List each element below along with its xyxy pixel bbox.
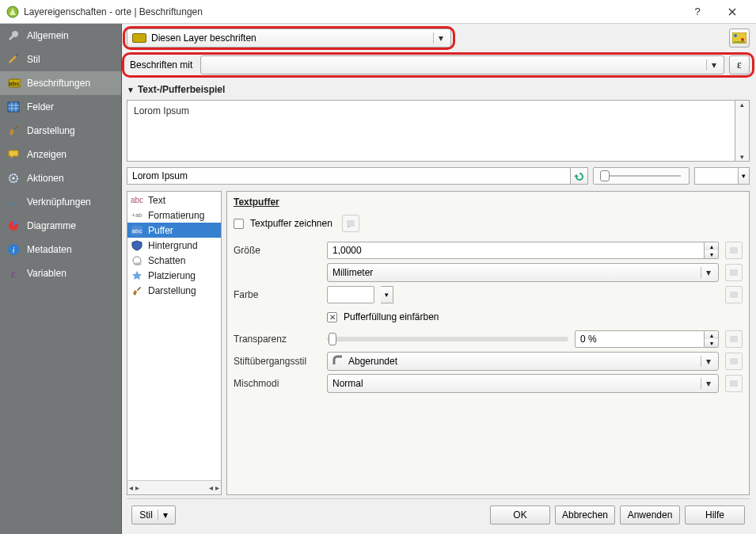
buffer-icon: abc xyxy=(131,224,143,237)
cat-puffer[interactable]: abcPuffer xyxy=(127,223,221,238)
pen-label: Stiftübergangsstil xyxy=(234,356,321,367)
chevron-down-icon: ▾ xyxy=(701,378,715,389)
transp-label: Transparenz xyxy=(234,334,321,345)
sample-text-input[interactable]: Lorom Ipsum xyxy=(127,167,571,185)
preview-section-label: Text-/Pufferbeispiel xyxy=(138,84,225,95)
category-hscroll[interactable]: ◂ ▸◂ ▸ xyxy=(127,480,221,494)
preview-bg-color-swatch[interactable] xyxy=(694,167,739,185)
transparency-input[interactable] xyxy=(575,330,705,348)
sidebar-item-verknuepfungen[interactable]: Verknüpfungen xyxy=(0,190,121,214)
override-color-button[interactable] xyxy=(725,286,743,303)
brush-icon xyxy=(6,52,21,67)
help-button[interactable]: ? xyxy=(680,0,715,24)
gear-icon xyxy=(6,171,21,185)
spin-down[interactable]: ▾ xyxy=(705,339,718,347)
override-draw-button[interactable] xyxy=(342,215,359,232)
cat-platzierung[interactable]: Platzierung xyxy=(127,268,221,283)
sidebar-item-label: Variablen xyxy=(27,268,66,279)
brush3-icon xyxy=(131,284,143,297)
svg-rect-19 xyxy=(730,247,738,254)
sidebar-item-label: Metadaten xyxy=(27,244,72,255)
svg-text:ε: ε xyxy=(11,268,16,280)
override-size-button[interactable] xyxy=(725,242,743,259)
sidebar-item-aktionen[interactable]: Aktionen xyxy=(0,166,121,190)
sidebar-item-label: Beschriftungen xyxy=(27,78,90,89)
cat-darstellung[interactable]: Darstellung xyxy=(127,283,221,298)
transparency-slider[interactable] xyxy=(327,337,568,341)
chevron-down-icon: ▾ xyxy=(701,267,715,278)
svg-rect-20 xyxy=(730,269,738,276)
beschriften-mit-dropdown[interactable]: ▾ xyxy=(200,55,724,74)
join-icon xyxy=(332,355,344,368)
transparency-spinner[interactable]: ▴▾ xyxy=(575,330,719,348)
spin-up[interactable]: ▴ xyxy=(705,242,718,250)
help-dialog-button[interactable]: Hilfe xyxy=(685,505,745,524)
sidebar-item-diagramme[interactable]: Diagramme xyxy=(0,214,121,238)
size-input[interactable] xyxy=(327,242,705,259)
cat-formatierung[interactable]: +abFormatierung xyxy=(127,208,221,223)
cat-hintergrund[interactable]: Hintergrund xyxy=(127,238,221,253)
size-unit-dropdown[interactable]: Millimeter ▾ xyxy=(327,263,719,282)
svg-rect-22 xyxy=(730,336,738,342)
size-spinner[interactable]: ▴▾ xyxy=(327,242,719,259)
reset-sample-button[interactable] xyxy=(571,167,588,185)
preview-scrollbar[interactable]: ▴▾ xyxy=(735,100,750,162)
close-button[interactable] xyxy=(715,0,750,24)
draw-buffer-checkbox[interactable] xyxy=(234,219,244,229)
override-transp-button[interactable] xyxy=(725,330,743,348)
tooltip-icon xyxy=(6,147,21,162)
epsilon-icon: ε xyxy=(6,266,21,280)
props-heading: Textpuffer xyxy=(234,196,743,208)
sidebar-item-allgemein[interactable]: Allgemein xyxy=(0,24,121,48)
buffer-color-swatch[interactable] xyxy=(327,286,374,303)
sidebar-item-felder[interactable]: Felder xyxy=(0,95,121,119)
sidebar-item-darstellung[interactable]: Darstellung xyxy=(0,119,121,143)
preview-section-header[interactable]: ▼ Text-/Pufferbeispiel xyxy=(127,82,750,97)
label-engine-button[interactable] xyxy=(729,29,750,48)
collapse-icon: ▼ xyxy=(127,86,135,94)
sidebar-item-metadaten[interactable]: i Metadaten xyxy=(0,238,121,261)
spin-up[interactable]: ▴ xyxy=(705,331,718,339)
label-icon: abc xyxy=(6,76,21,90)
cat-label: Schatten xyxy=(148,255,185,266)
sidebar-item-label: Verknüpfungen xyxy=(27,196,91,208)
override-blend-button[interactable] xyxy=(725,375,743,392)
sidebar-item-variablen[interactable]: ε Variablen xyxy=(0,261,121,285)
spin-down[interactable]: ▾ xyxy=(705,250,718,258)
sidebar-item-label: Anzeigen xyxy=(27,149,66,160)
sidebar-item-stil[interactable]: Stil xyxy=(0,48,121,71)
expression-button[interactable]: ε xyxy=(729,55,750,74)
chart-icon xyxy=(6,219,21,233)
apply-label: Anwenden xyxy=(628,509,673,521)
override-unit-button[interactable] xyxy=(725,264,743,281)
svg-rect-24 xyxy=(730,380,738,387)
svg-rect-23 xyxy=(730,358,738,364)
cat-schatten[interactable]: Schatten xyxy=(127,253,221,268)
sidebar-item-label: Allgemein xyxy=(27,30,69,41)
text-icon: abc xyxy=(131,194,143,207)
sidebar-item-anzeigen[interactable]: Anzeigen xyxy=(0,143,121,166)
cancel-button[interactable]: Abbrechen xyxy=(555,505,615,524)
svg-point-13 xyxy=(741,38,744,41)
svg-point-17 xyxy=(134,262,142,265)
pen-join-dropdown[interactable]: Abgerundet ▾ xyxy=(327,352,719,371)
cat-label: Platzierung xyxy=(148,270,196,281)
buffer-color-menu[interactable]: ▾ xyxy=(381,286,393,303)
preview-bg-color-menu[interactable]: ▾ xyxy=(739,167,750,185)
apply-button[interactable]: Anwenden xyxy=(620,505,680,524)
ok-button[interactable]: OK xyxy=(490,505,550,524)
style-menu-button[interactable]: Stil ▾ xyxy=(131,505,176,524)
preview-scale-slider[interactable] xyxy=(593,167,690,185)
cat-text[interactable]: abcText xyxy=(127,193,221,208)
override-pen-button[interactable] xyxy=(725,353,743,370)
blend-mode-dropdown[interactable]: Normal ▾ xyxy=(327,374,719,393)
svg-text:abc: abc xyxy=(9,80,20,87)
sidebar-item-label: Aktionen xyxy=(27,173,64,184)
chevron-down-icon: ▾ xyxy=(706,59,720,71)
label-mode-dropdown[interactable]: Diesen Layer beschriften ▾ xyxy=(127,29,451,48)
fill-checkbox[interactable] xyxy=(327,312,337,322)
svg-point-6 xyxy=(12,177,15,180)
svg-rect-1 xyxy=(16,54,18,56)
cancel-label: Abbrechen xyxy=(562,509,608,521)
sidebar-item-beschriftungen[interactable]: abc Beschriftungen xyxy=(0,71,121,95)
